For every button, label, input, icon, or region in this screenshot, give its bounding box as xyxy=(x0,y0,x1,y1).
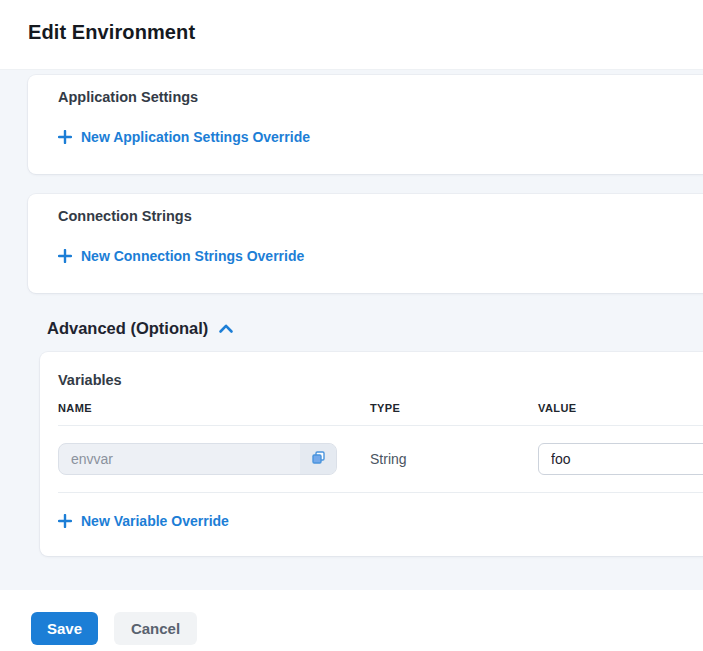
variable-name-input-group xyxy=(58,443,337,475)
new-variable-override-label: New Variable Override xyxy=(81,513,229,529)
new-connection-strings-override-label: New Connection Strings Override xyxy=(81,248,304,264)
copy-icon xyxy=(311,450,326,468)
copy-button[interactable] xyxy=(300,444,336,474)
column-header-name: NAME xyxy=(58,402,370,414)
plus-icon xyxy=(58,249,72,263)
action-bar: Save Cancel xyxy=(0,590,703,651)
advanced-section-title: Advanced (Optional) xyxy=(47,319,208,338)
variable-row: String xyxy=(58,426,703,493)
variables-card: Variables NAME TYPE VALUE xyxy=(40,352,703,556)
variables-table-header: NAME TYPE VALUE xyxy=(58,402,703,426)
plus-icon xyxy=(58,130,72,144)
chevron-up-icon xyxy=(218,320,234,338)
plus-icon xyxy=(58,514,72,528)
page-header: Edit Environment xyxy=(0,0,703,70)
connection-strings-card: Connection Strings New Connection String… xyxy=(28,194,703,293)
variable-name-input xyxy=(59,444,300,474)
advanced-section-toggle[interactable]: Advanced (Optional) xyxy=(47,319,234,338)
variable-type-text: String xyxy=(370,451,407,467)
new-variable-override-link[interactable]: New Variable Override xyxy=(58,513,229,529)
column-header-type: TYPE xyxy=(370,402,538,414)
new-connection-strings-override-link[interactable]: New Connection Strings Override xyxy=(58,248,304,264)
connection-strings-title: Connection Strings xyxy=(58,208,703,224)
column-header-value: VALUE xyxy=(538,402,703,414)
application-settings-card: Application Settings New Application Set… xyxy=(28,75,703,174)
variables-title: Variables xyxy=(58,372,703,388)
application-settings-title: Application Settings xyxy=(58,89,703,105)
content-area: Application Settings New Application Set… xyxy=(0,70,703,590)
page-title: Edit Environment xyxy=(28,21,703,44)
save-button[interactable]: Save xyxy=(31,612,98,645)
new-application-settings-override-link[interactable]: New Application Settings Override xyxy=(58,129,310,145)
variable-value-input[interactable] xyxy=(538,443,703,475)
new-application-settings-override-label: New Application Settings Override xyxy=(81,129,310,145)
cancel-button[interactable]: Cancel xyxy=(114,612,197,645)
